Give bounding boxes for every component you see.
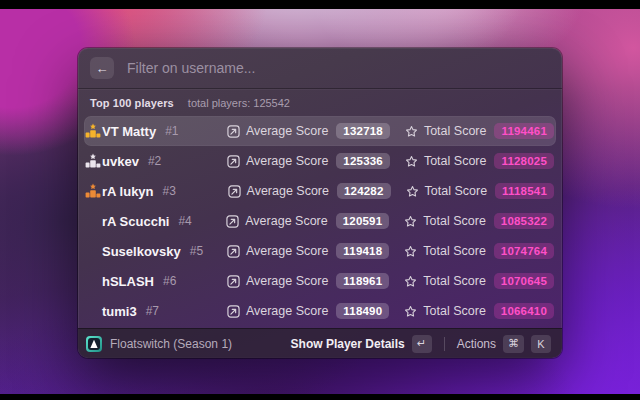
- total-score-label: Total Score: [424, 124, 487, 138]
- line-chart-icon: [226, 215, 239, 228]
- total-score-badge: 1074764: [494, 243, 554, 259]
- floatswitch-app-icon: [86, 336, 102, 352]
- total-score-badge: 1070645: [494, 273, 554, 289]
- total-score-badge: 1066410: [494, 303, 554, 319]
- actions-button[interactable]: Actions ⌘ K: [453, 333, 555, 355]
- star-icon: [405, 155, 418, 168]
- average-score-label: Average Score: [246, 274, 328, 288]
- line-chart-icon: [227, 245, 240, 258]
- podium-icon: [85, 123, 101, 139]
- average-score-badge: 120591: [336, 213, 390, 229]
- player-scores: Average Score 118490 Total Score 1066410: [227, 303, 554, 319]
- leaderboard-window: ← Top 100 players total players: 125542 …: [78, 48, 562, 358]
- search-bar: ←: [78, 48, 562, 88]
- player-name: rA Scucchi: [102, 214, 169, 229]
- star-icon: [406, 185, 419, 198]
- actions-label: Actions: [457, 337, 496, 351]
- player-row[interactable]: uvkev #2 Average Score 125336 Total Scor…: [84, 146, 556, 176]
- player-row[interactable]: hSLASH #6 Average Score 118961 Total Sco…: [84, 266, 556, 296]
- player-row[interactable]: Suselkovsky #5 Average Score 119418 Tota…: [84, 236, 556, 266]
- player-row[interactable]: rA Scucchi #4 Average Score 120591 Total…: [84, 206, 556, 236]
- average-score-label: Average Score: [246, 304, 328, 318]
- search-input[interactable]: [127, 60, 550, 76]
- player-name: rA lukyn: [102, 184, 154, 199]
- total-score-label: Total Score: [423, 214, 486, 228]
- player-scores: Average Score 124282 Total Score 1118541: [228, 183, 554, 199]
- total-score-label: Total Score: [425, 184, 488, 198]
- line-chart-icon: [227, 125, 240, 138]
- total-score-label: Total Score: [423, 244, 486, 258]
- player-rank: #6: [163, 274, 176, 288]
- total-score-label: Total Score: [423, 274, 486, 288]
- star-icon: [404, 245, 417, 258]
- average-score-badge: 132718: [336, 123, 390, 139]
- line-chart-icon: [227, 155, 240, 168]
- player-name: hSLASH: [102, 274, 154, 289]
- total-score-badge: 1194461: [494, 123, 554, 139]
- line-chart-icon: [227, 305, 240, 318]
- player-rank: #5: [190, 244, 203, 258]
- star-icon: [404, 215, 417, 228]
- return-key-icon: ↵: [412, 335, 432, 353]
- player-scores: Average Score 118961 Total Score 1070645: [227, 273, 554, 289]
- average-score-label: Average Score: [246, 244, 328, 258]
- letterbox-bottom: [0, 394, 640, 400]
- show-player-details-button[interactable]: Show Player Details ↵: [287, 333, 436, 355]
- player-scores: Average Score 132718 Total Score 1194461: [227, 123, 554, 139]
- command-key-icon: ⌘: [503, 335, 524, 353]
- app-name: Floatswitch (Season 1): [110, 337, 232, 351]
- player-rank: #3: [163, 184, 176, 198]
- footer-actions: Show Player Details ↵ Actions ⌘ K: [287, 333, 555, 355]
- average-score-label: Average Score: [246, 124, 328, 138]
- total-score-badge: 1128025: [494, 153, 554, 169]
- average-score-label: Average Score: [245, 214, 327, 228]
- average-score-label: Average Score: [246, 154, 328, 168]
- player-row[interactable]: VT Matty #1 Average Score 132718 Total S…: [84, 116, 556, 146]
- average-score-badge: 119418: [336, 243, 389, 259]
- player-name: tumi3: [102, 304, 137, 319]
- k-key-icon: K: [531, 335, 551, 353]
- player-name: VT Matty: [102, 124, 156, 139]
- average-score-label: Average Score: [247, 184, 329, 198]
- section-header: Top 100 players total players: 125542: [78, 89, 562, 114]
- podium-icon: [85, 183, 101, 199]
- player-scores: Average Score 119418 Total Score 1074764: [227, 243, 554, 259]
- player-name: uvkev: [102, 154, 139, 169]
- average-score-badge: 124282: [337, 183, 391, 199]
- footer-bar: Floatswitch (Season 1) Show Player Detai…: [78, 328, 562, 358]
- player-rank: #1: [165, 124, 178, 138]
- section-title: Top 100 players: [90, 97, 174, 109]
- player-name: Suselkovsky: [102, 244, 181, 259]
- total-score-badge: 1118541: [495, 183, 554, 199]
- footer-divider: [444, 337, 445, 351]
- player-list: VT Matty #1 Average Score 132718 Total S…: [78, 114, 562, 328]
- show-player-details-label: Show Player Details: [291, 337, 405, 351]
- star-icon: [404, 275, 417, 288]
- player-rank: #2: [148, 154, 161, 168]
- player-row[interactable]: tumi3 #7 Average Score 118490 Total Scor…: [84, 296, 556, 326]
- player-rank: #4: [178, 214, 191, 228]
- line-chart-icon: [227, 275, 240, 288]
- player-row[interactable]: rA lukyn #3 Average Score 124282 Total S…: [84, 176, 556, 206]
- average-score-badge: 118961: [336, 273, 389, 289]
- player-rank: #7: [146, 304, 159, 318]
- player-scores: Average Score 120591 Total Score 1085322: [226, 213, 554, 229]
- line-chart-icon: [228, 185, 241, 198]
- podium-icon: [85, 153, 101, 169]
- star-icon: [405, 125, 418, 138]
- total-score-badge: 1085322: [494, 213, 554, 229]
- average-score-badge: 118490: [336, 303, 389, 319]
- total-players-count: total players: 125542: [188, 97, 290, 109]
- total-score-label: Total Score: [423, 304, 486, 318]
- total-score-label: Total Score: [424, 154, 487, 168]
- arrow-left-icon: ←: [96, 61, 109, 76]
- letterbox-top: [0, 0, 640, 9]
- star-icon: [404, 305, 417, 318]
- average-score-badge: 125336: [336, 153, 390, 169]
- player-scores: Average Score 125336 Total Score 1128025: [227, 153, 554, 169]
- back-button[interactable]: ←: [90, 57, 114, 79]
